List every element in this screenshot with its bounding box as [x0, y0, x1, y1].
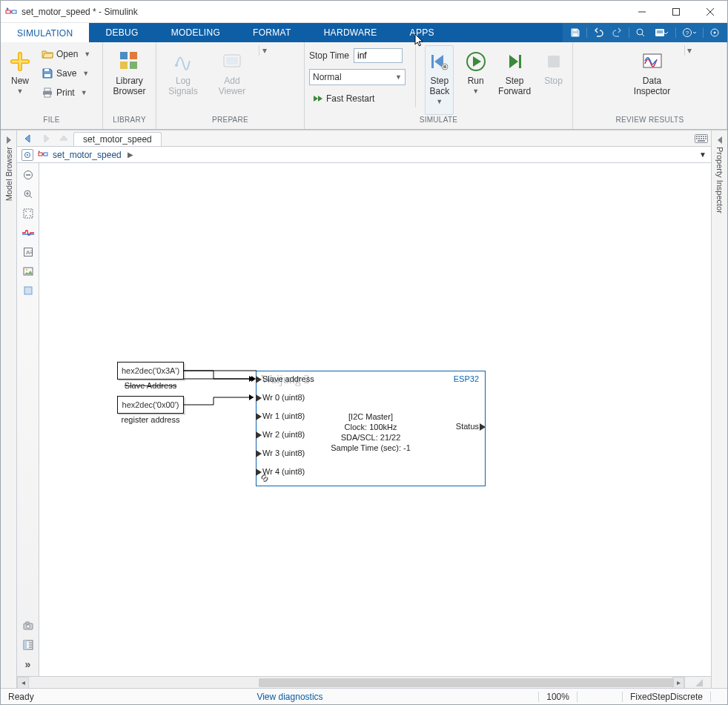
hide-toolbar-button[interactable]: [19, 166, 37, 184]
nav-back-button[interactable]: [20, 130, 36, 146]
qat-undo-button[interactable]: [590, 25, 606, 40]
prepare-dropdown[interactable]: ▾: [259, 45, 269, 56]
tab-simulation[interactable]: SIMULATION: [1, 23, 89, 42]
qat-target-button[interactable]: [707, 25, 723, 40]
breadcrumb-caret-icon[interactable]: ▶: [128, 150, 133, 159]
block-brand: ESP32: [454, 374, 479, 383]
close-button[interactable]: [693, 1, 727, 22]
qat-overflow-button[interactable]: [652, 25, 672, 40]
status-solver[interactable]: FixedStepDiscrete: [623, 692, 710, 702]
model-crumb-target-button[interactable]: [21, 149, 33, 161]
svg-point-10: [714, 32, 716, 34]
diagram-canvas[interactable]: hex2dec('0x3A') Slave Address hex2dec('0…: [39, 163, 711, 676]
expand-toolbar-button[interactable]: »: [19, 655, 37, 673]
svg-rect-34: [703, 136, 704, 137]
qat-redo-button[interactable]: [609, 25, 626, 40]
breadcrumb-bar: set_motor_speed ▶ ▼: [17, 147, 711, 163]
stop-time-input[interactable]: [354, 48, 403, 63]
simulation-mode-select[interactable]: Normal▼: [309, 69, 406, 85]
canvas-toolbar: A≡ »: [17, 163, 39, 676]
maximize-button[interactable]: [659, 1, 693, 22]
document-tab[interactable]: set_motor_speed: [73, 132, 162, 146]
svg-rect-48: [24, 209, 33, 218]
svg-rect-14: [44, 88, 50, 91]
fit-to-view-button[interactable]: [19, 205, 37, 222]
tab-hardware[interactable]: HARDWARE: [308, 23, 394, 42]
group-label-file: FILE: [5, 116, 98, 129]
svg-text:A≡: A≡: [26, 249, 33, 256]
link-icon: [259, 473, 270, 483]
horizontal-scrollbar[interactable]: ◂ ▸: [17, 676, 711, 688]
open-button[interactable]: Open▼: [39, 45, 93, 63]
stop-time-label: Stop Time: [309, 50, 349, 61]
minimize-button[interactable]: [625, 1, 659, 22]
svg-point-5: [637, 29, 643, 35]
tab-debug[interactable]: DEBUG: [89, 23, 154, 42]
view-diagnostics-link[interactable]: View diagnostics: [249, 692, 330, 702]
tab-modeling[interactable]: MODELING: [155, 23, 236, 42]
svg-rect-44: [39, 153, 42, 156]
status-bar: Ready View diagnostics 100% FixedStepDis…: [1, 688, 727, 704]
keyboard-icon[interactable]: [692, 130, 711, 146]
fast-restart-button[interactable]: Fast Restart: [309, 90, 406, 107]
qat-save-button[interactable]: [567, 25, 583, 40]
svg-rect-36: [696, 138, 698, 139]
svg-point-56: [26, 625, 30, 629]
step-forward-button[interactable]: Step Forward: [497, 45, 532, 115]
qat-help-button[interactable]: ?: [679, 25, 700, 40]
status-zoom[interactable]: 100%: [539, 692, 577, 702]
group-label-review: REVIEW RESULTS: [578, 116, 722, 129]
block-i2c-master[interactable]: Waijung 2 ESP32: [256, 371, 486, 486]
scroll-thumb[interactable]: [259, 678, 674, 687]
add-viewer-button[interactable]: Add Viewer: [210, 45, 254, 115]
model-browser-collapsed[interactable]: Model Browser: [1, 130, 17, 688]
run-button[interactable]: Run ▼: [461, 45, 490, 115]
annotation-button[interactable]: A≡: [19, 243, 37, 261]
print-button[interactable]: Print▼: [39, 84, 93, 102]
area-button[interactable]: [19, 282, 37, 299]
block-constant-slave-address[interactable]: hex2dec('0x3A'): [117, 362, 184, 380]
review-dropdown[interactable]: ▾: [684, 45, 695, 56]
model-browser-toggle-button[interactable]: [19, 636, 37, 654]
svg-rect-37: [698, 138, 700, 139]
print-icon: [42, 87, 53, 99]
image-button[interactable]: [19, 262, 37, 280]
tab-apps[interactable]: APPS: [394, 23, 451, 42]
svg-rect-25: [443, 65, 446, 68]
scroll-track[interactable]: [29, 678, 672, 688]
qat-search-button[interactable]: [632, 25, 649, 40]
property-inspector-collapsed[interactable]: Property Inspector: [711, 130, 727, 688]
block-constant-register-address[interactable]: hex2dec('0x00'): [117, 396, 184, 414]
tab-format[interactable]: FORMAT: [236, 23, 308, 42]
svg-rect-0: [6, 10, 10, 13]
stop-button[interactable]: Stop: [539, 45, 568, 115]
fast-restart-icon: [311, 93, 323, 105]
group-label-library: LIBRARY: [107, 116, 151, 129]
svg-rect-53: [24, 287, 32, 294]
step-back-button[interactable]: Step Back ▼: [425, 45, 454, 115]
caption-register-address: register address: [117, 415, 184, 424]
save-button[interactable]: Save▼: [39, 64, 93, 82]
nav-forward-button[interactable]: [38, 130, 54, 146]
svg-rect-16: [120, 52, 128, 59]
log-signals-button[interactable]: Log Signals: [161, 45, 205, 115]
nav-up-button[interactable]: [56, 130, 72, 146]
zoom-in-button[interactable]: [19, 185, 37, 203]
svg-rect-17: [130, 52, 137, 59]
snapshot-button[interactable]: [19, 617, 37, 635]
model-browser-label: Model Browser: [4, 147, 13, 201]
scroll-right-button[interactable]: ▸: [672, 677, 684, 689]
svg-rect-27: [519, 55, 521, 68]
breadcrumb-dropdown[interactable]: ▼: [699, 150, 707, 159]
svg-rect-55: [26, 622, 29, 624]
scroll-left-button[interactable]: ◂: [17, 677, 29, 689]
svg-point-52: [25, 269, 27, 271]
breadcrumb[interactable]: set_motor_speed: [53, 150, 122, 160]
data-inspector-button[interactable]: Data Inspector: [625, 45, 680, 115]
new-button[interactable]: New ▼: [5, 45, 35, 115]
library-browser-button[interactable]: Library Browser: [107, 45, 151, 115]
toggle-sample-time-button[interactable]: [19, 224, 37, 242]
group-label-prepare: PREPARE: [161, 116, 300, 129]
svg-rect-32: [698, 136, 700, 137]
svg-rect-11: [44, 74, 50, 77]
